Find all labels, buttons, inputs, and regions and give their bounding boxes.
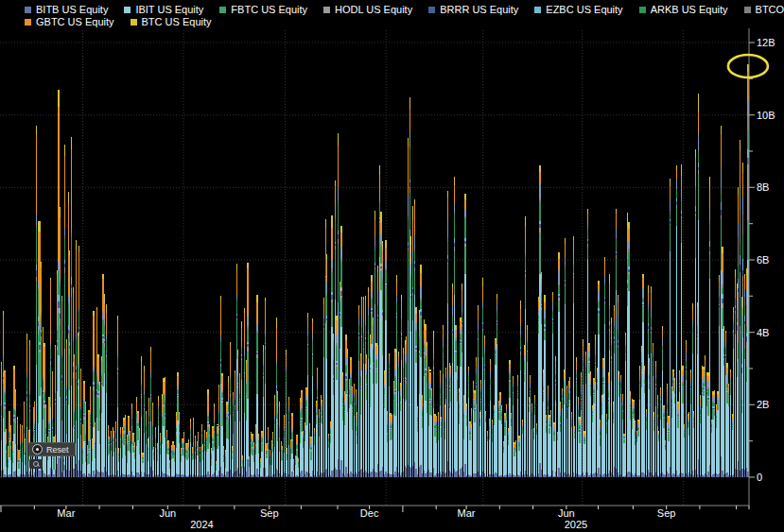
legend-label: IBIT US Equity — [135, 4, 203, 16]
legend-swatch-icon — [744, 7, 751, 13]
legend-label: BITB US Equity — [36, 4, 108, 16]
y-axis-tick-label: 0 — [757, 472, 762, 483]
y-axis-tick-label: 4B — [757, 327, 769, 338]
legend-label: GBTC US Equity — [36, 16, 114, 28]
legend-item-ibit[interactable]: IBIT US Equity — [124, 4, 203, 16]
legend-label: HODL US Equity — [335, 4, 412, 16]
legend-swatch-icon — [131, 19, 137, 26]
legend-item-fbtc[interactable]: FBTC US Equity — [219, 4, 307, 16]
y-axis-tick-label: 2B — [757, 399, 769, 410]
legend-swatch-icon — [639, 7, 646, 13]
legend-item-btco[interactable]: BTCO US Equity — [744, 4, 784, 16]
reset-zoom-button[interactable]: Reset — [28, 442, 76, 456]
legend-item-btc[interactable]: BTC US Equity — [131, 16, 212, 28]
legend-label: BTC US Equity — [142, 16, 212, 28]
y-axis-tick-label: 10B — [757, 110, 775, 121]
legend-label: BTCO US Equity — [756, 4, 784, 16]
reset-icon — [32, 444, 43, 455]
x-axis-tick-label: Mar — [52, 507, 80, 519]
x-axis-year-label: 2024 — [181, 519, 222, 530]
legend-label: FBTC US Equity — [231, 4, 307, 16]
legend-swatch-icon — [219, 7, 226, 13]
legend-swatch-icon — [323, 7, 330, 13]
legend-item-ezbc[interactable]: EZBC US Equity — [534, 4, 622, 16]
legend-swatch-icon — [124, 7, 131, 13]
legend-item-bitb[interactable]: BITB US Equity — [25, 4, 108, 16]
chart-legend: BITB US EquityIBIT US EquityFBTC US Equi… — [25, 4, 784, 28]
legend-label: BRRR US Equity — [440, 4, 518, 16]
x-axis-year-label: 2025 — [555, 519, 597, 530]
x-axis-tick-label: Jun — [552, 507, 581, 519]
legend-item-gbtc[interactable]: GBTC US Equity — [25, 16, 114, 28]
y-axis-tick-label: 8B — [757, 181, 769, 193]
y-axis-tick-label: 6B — [757, 254, 769, 266]
legend-item-brrr[interactable]: BRRR US Equity — [428, 4, 518, 16]
chart-plot-area[interactable] — [0, 0, 784, 532]
legend-swatch-icon — [25, 19, 31, 26]
legend-label: EZBC US Equity — [546, 4, 622, 16]
magnifier-icon[interactable] — [29, 459, 43, 469]
volume-chart-window: BITB US EquityIBIT US EquityFBTC US Equi… — [0, 0, 784, 532]
x-axis-tick-label: Sep — [653, 507, 681, 519]
reset-label: Reset — [46, 445, 69, 455]
x-axis-tick-label: Sep — [255, 507, 284, 519]
legend-item-arkb[interactable]: ARKB US Equity — [639, 4, 728, 16]
legend-swatch-icon — [25, 7, 31, 13]
legend-swatch-icon — [428, 7, 435, 13]
x-axis-tick-label: Dec — [356, 507, 384, 519]
legend-label: ARKB US Equity — [651, 4, 728, 16]
legend-item-hodl[interactable]: HODL US Equity — [323, 4, 412, 16]
y-axis-tick-label: 12B — [757, 37, 775, 48]
x-axis-tick-label: Mar — [452, 507, 480, 519]
legend-swatch-icon — [534, 7, 541, 13]
x-axis-tick-label: Jun — [153, 507, 182, 519]
